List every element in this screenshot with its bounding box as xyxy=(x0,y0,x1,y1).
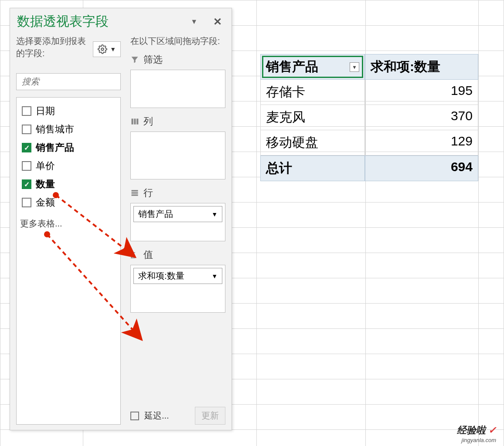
chip-label: 销售产品 xyxy=(138,208,173,220)
sigma-icon: Σ xyxy=(130,250,139,259)
watermark-url: jingyanla.com xyxy=(457,437,496,443)
check-icon: ✓ xyxy=(488,425,496,436)
rows-chip-product[interactable]: 销售产品 ▼ xyxy=(133,206,222,222)
pivot-col2-header: 求和项:数量 xyxy=(371,58,440,76)
close-icon[interactable]: ✕ xyxy=(211,16,225,28)
field-label: 单价 xyxy=(36,159,55,172)
caret-down-icon: ▼ xyxy=(110,46,116,53)
pivot-cell[interactable]: 存储卡 xyxy=(260,80,365,105)
pivot-cell[interactable]: 移动硬盘 xyxy=(260,130,365,155)
svg-rect-8 xyxy=(132,194,138,196)
field-item-amount[interactable]: 金额 xyxy=(20,193,117,212)
field-item-price[interactable]: 单价 xyxy=(20,157,117,175)
field-label: 销售城市 xyxy=(36,123,74,136)
pivot-header-value[interactable]: 求和项:数量 xyxy=(365,54,478,80)
field-item-date[interactable]: 日期 xyxy=(20,102,117,120)
checkbox-checked-icon[interactable]: ✓ xyxy=(22,179,31,189)
pivot-total-row: 总计 694 xyxy=(260,155,478,181)
pivot-cell[interactable]: 麦克风 xyxy=(260,105,365,130)
filter-dropdown-icon[interactable]: ▾ xyxy=(350,62,359,72)
pivot-fields-pane: 数据透视表字段 ▼ ✕ 选择要添加到报表的字段: ▼ 日期 xyxy=(10,8,232,430)
svg-rect-6 xyxy=(132,190,138,191)
columns-drop-area[interactable] xyxy=(130,132,225,179)
svg-rect-4 xyxy=(134,118,136,124)
field-label: 金额 xyxy=(36,196,55,209)
pivot-row: 麦克风 370 xyxy=(260,105,478,130)
pivot-cell[interactable]: 195 xyxy=(365,80,478,105)
checkbox-icon[interactable] xyxy=(22,161,31,171)
field-item-city[interactable]: 销售城市 xyxy=(20,120,117,139)
values-zone: Σ 值 求和项:数量 ▼ xyxy=(130,248,225,313)
pivot-header-rowlabel[interactable]: 销售产品 ▾ xyxy=(260,54,365,80)
watermark-text: 经验啦 xyxy=(457,425,486,436)
pivot-cell[interactable]: 总计 xyxy=(260,155,365,181)
gear-icon xyxy=(98,44,107,54)
pivot-result-table: 销售产品 ▾ 求和项:数量 存储卡 195 麦克风 370 移动硬盘 129 总… xyxy=(260,54,478,181)
drag-areas-label: 在以下区域间拖动字段: xyxy=(130,35,225,47)
zone-title: 筛选 xyxy=(143,53,163,66)
search-input-wrap[interactable] xyxy=(16,73,121,90)
field-list: 日期 销售城市 ✓ 销售产品 单价 ✓ 数量 xyxy=(16,97,121,425)
field-label: 销售产品 xyxy=(36,141,74,154)
columns-icon xyxy=(130,117,139,126)
filter-drop-area[interactable] xyxy=(130,70,225,108)
pane-options-dropdown-icon[interactable]: ▼ xyxy=(191,18,198,26)
pivot-row: 存储卡 195 xyxy=(260,80,478,105)
checkbox-icon[interactable] xyxy=(22,106,31,116)
values-chip-sumqty[interactable]: 求和项:数量 ▼ xyxy=(133,268,222,284)
checkbox-checked-icon[interactable]: ✓ xyxy=(22,143,31,152)
zone-title: 行 xyxy=(143,186,153,199)
watermark: 经验啦 ✓ jingyanla.com xyxy=(457,424,496,443)
field-label: 日期 xyxy=(36,105,55,118)
caret-down-icon: ▼ xyxy=(211,273,218,280)
field-label: 数量 xyxy=(36,178,55,191)
svg-point-0 xyxy=(101,48,104,51)
defer-label: 延迟... xyxy=(144,410,169,422)
pivot-cell[interactable]: 370 xyxy=(365,105,478,130)
caret-down-icon: ▼ xyxy=(211,211,218,218)
svg-rect-3 xyxy=(132,118,133,124)
fields-settings-button[interactable]: ▼ xyxy=(93,41,121,57)
checkbox-icon[interactable] xyxy=(22,198,31,207)
columns-zone: 列 xyxy=(130,115,225,179)
defer-checkbox[interactable] xyxy=(130,412,139,420)
svg-rect-7 xyxy=(132,192,138,193)
checkbox-icon[interactable] xyxy=(22,125,31,134)
field-item-qty[interactable]: ✓ 数量 xyxy=(20,175,117,193)
pivot-col1-header: 销售产品 xyxy=(266,58,318,76)
filter-icon xyxy=(130,55,139,64)
rows-drop-area[interactable]: 销售产品 ▼ xyxy=(130,203,225,241)
more-tables-link[interactable]: 更多表格... xyxy=(20,218,117,230)
rows-icon xyxy=(130,189,139,197)
rows-zone: 行 销售产品 ▼ xyxy=(130,186,225,241)
values-drop-area[interactable]: 求和项:数量 ▼ xyxy=(130,265,225,313)
pivot-cell[interactable]: 129 xyxy=(365,130,478,155)
update-button[interactable]: 更新 xyxy=(195,407,225,425)
zone-title: 值 xyxy=(143,248,153,261)
filter-zone: 筛选 xyxy=(130,53,225,108)
pane-title: 数据透视表字段 xyxy=(17,13,191,30)
choose-fields-label: 选择要添加到报表的字段: xyxy=(16,35,89,59)
pivot-row: 移动硬盘 129 xyxy=(260,130,478,155)
search-input[interactable] xyxy=(21,76,134,87)
chip-label: 求和项:数量 xyxy=(138,270,184,282)
field-item-product[interactable]: ✓ 销售产品 xyxy=(20,139,117,157)
pivot-cell[interactable]: 694 xyxy=(365,155,478,181)
zone-title: 列 xyxy=(143,115,153,128)
svg-rect-5 xyxy=(136,118,138,124)
